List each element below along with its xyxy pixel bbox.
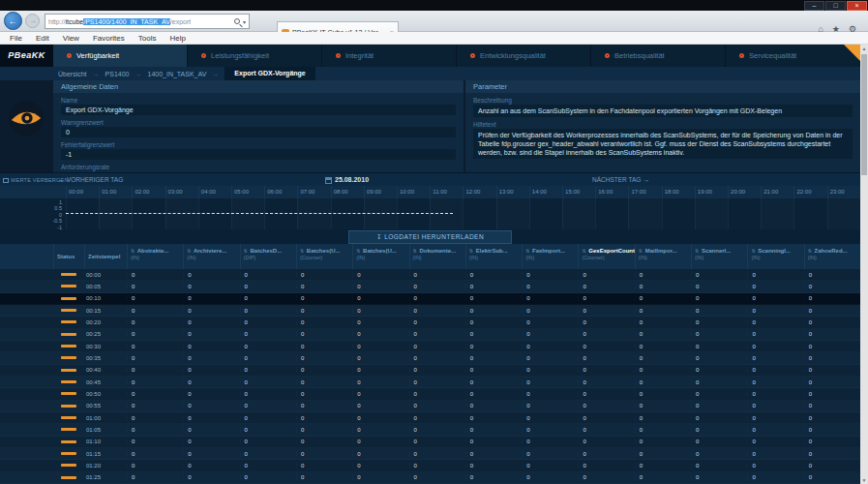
download-row: ↧ LOGDATEI HERUNTERLADEN [0,229,860,244]
column-header-13[interactable]: ⇅ ZahoeRed...(IN) [804,244,860,269]
column-header-11[interactable]: ⇅ ScannerI...(IN) [691,244,747,269]
nav-tab-6[interactable]: Servicequalität [726,45,860,67]
table-row[interactable]: 00:550000000000000 [0,401,860,412]
back-button[interactable]: ← [4,12,22,30]
field-value[interactable]: -1 [61,149,456,160]
breadcrumb-item[interactable]: Übersicht [58,71,87,77]
sort-icon[interactable]: ⇅ [695,248,699,254]
column-header-2[interactable]: ⇅ Archiviere...(IN) [183,244,239,269]
nav-tab-5[interactable]: Betriebsqualität [591,45,726,67]
sort-icon[interactable]: ⇅ [413,248,417,254]
field-value[interactable]: 0 [61,127,456,137]
field-value[interactable]: Anzahl an aus dem ScanSubSystem in den F… [473,105,853,117]
sort-icon[interactable]: ⇅ [244,248,248,254]
sort-icon[interactable]: ⇅ [131,248,135,254]
column-header-6[interactable]: ⇅ Dokumente...(IN) [409,244,465,269]
table-row[interactable]: 00:050000000000000 [0,281,860,292]
date-picker[interactable]: 25.08.2010 [325,173,369,187]
sort-icon[interactable]: ⇅ [469,248,473,254]
corner-notification-icon[interactable] [844,45,860,61]
forward-button[interactable]: → [25,14,40,28]
next-day-button[interactable]: NÄCHSTER TAG → [592,173,649,187]
table-row[interactable]: 00:350000000000000 [0,352,860,364]
scroll-down-icon[interactable]: ▼ [860,476,868,484]
nav-tab-1[interactable]: Verfügbarkeit [53,45,188,67]
value-cell: 0 [409,295,465,301]
table-row[interactable]: 01:200000000000000 [0,460,860,471]
column-header-10[interactable]: ⇅ MailImpor...(IN) [635,244,691,269]
nav-tab-2[interactable]: Leistungsfähigkeit [188,45,322,67]
column-header-zeitstempel[interactable]: Zeitstempel [84,244,127,269]
maximize-button[interactable]: □ [825,1,846,11]
breadcrumb-item[interactable]: Export GDX-Vorgänge [224,67,314,80]
table-row[interactable]: 00:250000000000000 [0,329,860,341]
scrollbar-thumb[interactable] [861,54,867,175]
menu-edit[interactable]: Edit [29,34,56,43]
column-header-7[interactable]: ⇅ ElektrSub...(IN) [465,244,522,269]
menu-favorites[interactable]: Favorites [86,34,132,43]
table-row[interactable]: 00:200000000000000 [0,317,860,328]
chart-hour-cell [165,198,198,229]
column-header-status[interactable]: Status [53,244,84,269]
table-row[interactable]: 00:400000000000000 [0,365,860,377]
status-cell [53,297,84,300]
value-cell: 0 [183,355,239,361]
value-cell: 0 [409,427,465,433]
breadcrumb-item[interactable]: 1400_IN_TASK_AV [148,71,207,77]
chevron-down-icon[interactable]: ▾ [243,18,246,25]
value-cell: 0 [522,379,578,385]
table-row[interactable]: 00:300000000000000 [0,341,860,352]
nav-tab-3[interactable]: Integrität [322,45,457,67]
menu-view[interactable]: View [56,34,86,43]
sort-icon[interactable]: ⇅ [808,248,812,254]
status-cell [53,440,84,443]
menu-tools[interactable]: Tools [132,34,164,43]
table-row[interactable]: 00:500000000000000 [0,388,860,400]
column-header-1[interactable]: ⇅ Abstrakte...(IN) [127,244,183,269]
menu-file[interactable]: File [3,34,29,43]
value-cell: 0 [691,355,747,361]
table-row[interactable]: 00:100000000000000 [0,293,860,305]
sort-icon[interactable]: ⇅ [751,248,755,254]
column-header-5[interactable]: ⇅ Batches(U...(IN) [352,244,408,269]
table-row[interactable]: 00:450000000000000 [0,377,860,388]
column-header-3[interactable]: ⇅ BatchesD...(DIP) [240,244,296,269]
download-logfile-button[interactable]: ↧ LOGDATEI HERUNTERLADEN [348,230,512,244]
table-row[interactable]: 00:000000000000000 [0,269,860,281]
table-row[interactable]: 00:150000000000000 [0,305,860,317]
table-row[interactable]: 01:250000000000000 [0,472,860,484]
value-cell: 0 [691,272,747,278]
value-cell: 0 [352,415,408,421]
field-value[interactable]: Export GDX-Vorgänge [61,105,456,115]
vertical-scrollbar[interactable]: ▲ ▼ [860,45,868,484]
search-icon[interactable] [234,18,240,24]
column-header-8[interactable]: ⇅ FaxImport...(IN) [522,244,578,269]
sort-icon[interactable]: ⇅ [356,248,360,254]
breadcrumb-item[interactable]: PS1400 [105,71,130,77]
hour-label: 03:00 [165,186,198,198]
minimize-button[interactable]: – [804,1,824,11]
field-value[interactable]: Prüfen der Verfügbarkeit des Workerproze… [473,129,853,159]
table-row[interactable]: 01:100000000000000 [0,437,860,448]
value-cell: 0 [127,319,183,325]
sort-icon[interactable]: ⇅ [582,248,585,254]
nav-tab-4[interactable]: Entwicklungsqualität [457,45,591,67]
sort-icon[interactable]: ⇅ [187,248,191,254]
column-header-4[interactable]: ⇅ Batches(U...(Counter) [296,244,352,269]
column-header-9[interactable]: ⇅ GexExportCount(Counter) [578,244,634,269]
scroll-up-icon[interactable]: ▲ [860,45,868,52]
sort-icon[interactable]: ⇅ [639,248,643,254]
sort-icon[interactable]: ⇅ [525,248,529,254]
menu-help[interactable]: Help [163,34,192,43]
hour-label: 23:00 [827,186,860,198]
previous-day-button[interactable]: ← VORHERIGER TAG [58,173,123,187]
column-header-12[interactable]: ⇅ ScanningI...(IN) [747,244,803,269]
value-cell: 0 [465,355,522,361]
table-row[interactable]: 01:050000000000000 [0,424,860,436]
address-bar[interactable]: http://itcube/PS1400/1400_IN_TASK_AV/exp… [45,14,250,29]
table-row[interactable]: 01:150000000000000 [0,448,860,460]
value-cell: 0 [465,284,522,289]
sort-icon[interactable]: ⇅ [300,248,304,254]
close-button[interactable]: × [847,1,867,11]
table-row[interactable]: 01:000000000000000 [0,412,860,424]
